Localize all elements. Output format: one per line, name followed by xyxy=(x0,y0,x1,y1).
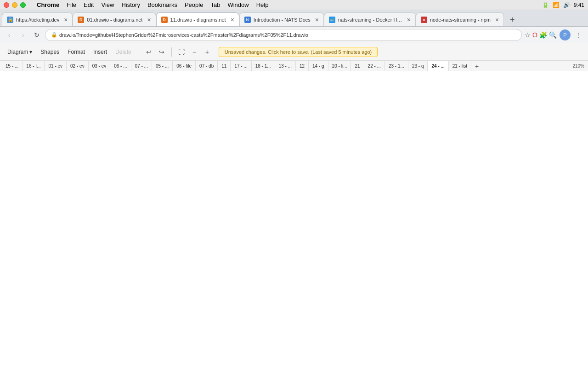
save-message[interactable]: Unsaved changes. Click here to save. (La… xyxy=(219,47,378,57)
zoom-level-text: 210% xyxy=(572,63,584,69)
bottom-tab-07a[interactable]: 07 - ... xyxy=(131,61,152,71)
more-menu-button[interactable]: ⋮ xyxy=(573,29,584,40)
search-icon[interactable]: 🔍 xyxy=(549,31,557,39)
tab-label-drawio1: 01.drawio - diagrams.net xyxy=(87,17,142,23)
bottom-tab-02ev[interactable]: 02 - ev xyxy=(67,61,89,71)
bottom-tab-23q[interactable]: 23 - q xyxy=(408,61,428,71)
tab-favicon-nats-docker: 🐳 xyxy=(329,17,335,23)
mac-menu-chrome[interactable]: Chrome xyxy=(37,1,59,8)
bottom-tab-17[interactable]: 17 - ... xyxy=(231,61,251,71)
minimize-button[interactable] xyxy=(12,2,17,8)
bottom-tab-18[interactable]: 18 - 1... xyxy=(252,61,275,71)
bottom-tab-06file[interactable]: 06 - file xyxy=(173,61,196,71)
diagram-chevron-icon: ▾ xyxy=(29,49,32,55)
redo-button[interactable]: ↪ xyxy=(156,46,168,58)
bottom-tab-11[interactable]: 11 xyxy=(218,61,231,71)
bottom-tab-21list[interactable]: 21 - list xyxy=(449,61,471,71)
mac-menu-history[interactable]: History xyxy=(121,1,140,8)
bottom-tab-24[interactable]: 24 - ... xyxy=(428,61,448,71)
bottom-tab-01ev[interactable]: 01 - ev xyxy=(45,61,67,71)
bottom-tab-03ev[interactable]: 03 - ev xyxy=(89,61,111,71)
tab-favicon-ticketing: 🔒 xyxy=(7,17,13,23)
tab-label-ticketing: https://ticketing.dev xyxy=(16,17,59,23)
bookmark-star-icon[interactable]: ☆ xyxy=(525,31,531,39)
mac-menu-bookmarks[interactable]: Bookmarks xyxy=(147,1,177,8)
bottom-tab-05[interactable]: 05 - ... xyxy=(152,61,173,71)
mac-menu-file[interactable]: File xyxy=(67,1,76,8)
tab-favicon-nats-intro: N xyxy=(244,17,251,23)
tab-nats-npm[interactable]: n node-nats-streaming - npm × xyxy=(416,12,504,26)
back-button[interactable]: ‹ xyxy=(4,29,15,40)
tab-nats-docker[interactable]: 🐳 nats-streaming - Docker Hub × xyxy=(324,12,416,26)
chrome-addressbar: ‹ › ↻ 🔒 draw.io/?mode=github#HStephenGri… xyxy=(0,27,588,43)
tab-close-drawio1[interactable]: × xyxy=(147,16,151,23)
bottom-tab-15[interactable]: 15 - ... xyxy=(2,61,23,71)
mac-menu-view[interactable]: View xyxy=(101,1,114,8)
toolbar-sep-1 xyxy=(139,47,139,57)
zoom-out-button[interactable]: − xyxy=(188,46,200,58)
close-button[interactable] xyxy=(4,2,9,8)
lock-icon: 🔒 xyxy=(51,32,57,38)
bottom-tab-20li[interactable]: 20 - li... xyxy=(328,61,351,71)
tab-nats-intro[interactable]: N Introduction - NATS Docs × xyxy=(239,12,324,26)
chrome-tabbar: 🔒 https://ticketing.dev × D 01.drawio - … xyxy=(0,10,588,27)
forward-button[interactable]: › xyxy=(17,29,28,40)
tab-close-nats-docker[interactable]: × xyxy=(407,16,411,23)
bottom-right-zoom: 210% xyxy=(572,63,586,69)
bottom-tab-13[interactable]: 13 - ... xyxy=(275,61,296,71)
new-tab-button[interactable]: + xyxy=(506,13,519,26)
tab-drawio1[interactable]: D 01.drawio - diagrams.net × xyxy=(73,12,156,26)
tab-favicon-drawio11: D xyxy=(161,17,168,23)
bottom-tab-22[interactable]: 22 - ... xyxy=(364,61,385,71)
tab-close-nats-intro[interactable]: × xyxy=(315,16,319,23)
tab-close-nats-npm[interactable]: × xyxy=(495,16,499,23)
undo-button[interactable]: ↩ xyxy=(143,46,155,58)
opera-icon[interactable]: O xyxy=(532,31,537,39)
tab-label-nats-npm: node-nats-streaming - npm xyxy=(430,17,491,23)
bottom-tab-06a[interactable]: 06 - ... xyxy=(110,61,131,71)
shapes-menu[interactable]: Shapes xyxy=(37,47,63,57)
address-bar[interactable]: 🔒 draw.io/?mode=github#HStephenGrider%2F… xyxy=(45,29,522,41)
toolbar-view-group: ⛶ − + xyxy=(175,46,213,58)
format-menu[interactable]: Format xyxy=(64,47,89,57)
bottom-tab-23a[interactable]: 23 - 1... xyxy=(385,61,408,71)
diagram-menu[interactable]: Diagram ▾ xyxy=(4,47,36,57)
zoom-in-button[interactable]: + xyxy=(201,46,213,58)
bottom-tab-14g[interactable]: 14 - g xyxy=(309,61,328,71)
tab-favicon-nats-npm: n xyxy=(421,17,427,23)
toolbar-menu-group: Diagram ▾ Shapes Format Insert Delete xyxy=(4,47,135,57)
tab-close-drawio11[interactable]: × xyxy=(231,16,234,23)
address-icons: ☆ O 🧩 🔍 xyxy=(525,31,557,39)
mac-menu-edit[interactable]: Edit xyxy=(84,1,94,8)
toolbar-history-group: ↩ ↪ xyxy=(143,46,168,58)
delete-btn: Delete xyxy=(112,47,135,57)
add-diagram-button[interactable]: + xyxy=(472,62,481,71)
diagram-label: Diagram xyxy=(7,49,28,55)
fit-page-button[interactable]: ⛶ xyxy=(175,46,187,58)
reload-button[interactable]: ↻ xyxy=(31,29,42,40)
tab-ticketing[interactable]: 🔒 https://ticketing.dev × xyxy=(2,12,73,26)
tab-favicon-drawio1: D xyxy=(78,17,84,23)
mac-menu-tab[interactable]: Tab xyxy=(210,1,220,8)
bottom-tab-16[interactable]: 16 - I... xyxy=(23,61,45,71)
mac-status-icons: 🔋 📶 🔊 9:41 xyxy=(542,2,584,8)
mac-menu-window[interactable]: Window xyxy=(227,1,249,8)
fullscreen-button[interactable] xyxy=(20,2,26,8)
insert-menu[interactable]: Insert xyxy=(90,47,111,57)
bottom-tab-21[interactable]: 21 xyxy=(351,61,364,71)
bottom-tabbar: 15 - ... 16 - I... 01 - ev 02 - ev 03 - … xyxy=(0,61,588,71)
drawio-toolbar: Diagram ▾ Shapes Format Insert Delete ↩ … xyxy=(0,43,588,61)
tab-label-drawio11: 11.drawio - diagrams.net xyxy=(170,17,226,23)
extensions-icon[interactable]: 🧩 xyxy=(539,31,547,39)
mac-menubar: Chrome File Edit View History Bookmarks … xyxy=(0,0,588,10)
profile-button[interactable]: P xyxy=(560,29,571,40)
tab-close-ticketing[interactable]: × xyxy=(64,16,68,23)
mac-menu-help[interactable]: Help xyxy=(256,1,269,8)
mac-traffic-lights[interactable] xyxy=(4,2,26,8)
tab-drawio11[interactable]: D 11.drawio - diagrams.net × xyxy=(156,12,239,26)
tab-label-nats-intro: Introduction - NATS Docs xyxy=(254,17,311,23)
canvas-wrapper: ↓ stan client Orders Service (Listener) … xyxy=(0,61,588,368)
bottom-tab-12[interactable]: 12 xyxy=(296,61,309,71)
mac-menu-people[interactable]: People xyxy=(185,1,203,8)
bottom-tab-07db[interactable]: 07 - db xyxy=(196,61,218,71)
